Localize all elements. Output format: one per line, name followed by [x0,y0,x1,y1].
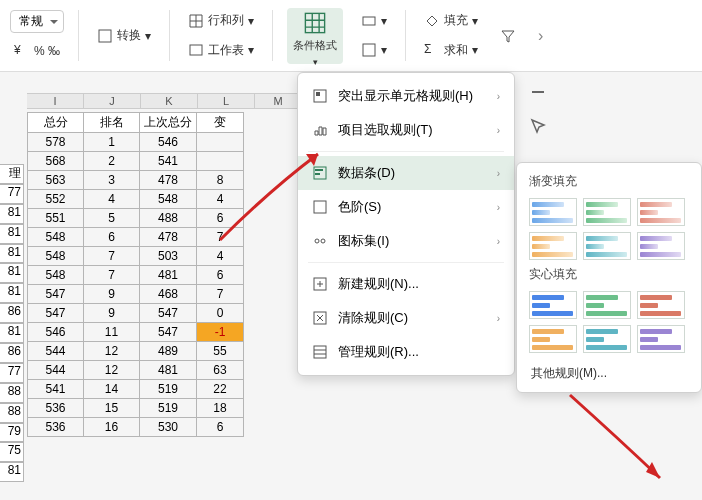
table-row[interactable]: 54875034 [28,247,244,266]
fill-button[interactable]: 填充 ▾ [420,10,482,31]
swatch-solid-orange[interactable] [529,325,577,353]
sum-button[interactable]: Σ求和 ▾ [420,40,482,61]
table-row[interactable]: 54611547-1 [28,323,244,342]
border-button[interactable]: ▾ [357,40,391,60]
menu-data-bars[interactable]: 数据条(D)› [298,156,514,190]
table-row[interactable]: 5411451922 [28,380,244,399]
menu-new-rule[interactable]: 新建规则(N)... [298,267,514,301]
convert-icon [97,28,113,44]
menu-icon-sets[interactable]: 图标集(I)› [298,224,514,258]
swatch-solid-purple[interactable] [637,325,685,353]
swatch-gradient-blue[interactable] [529,198,577,226]
svg-rect-2 [305,13,324,32]
menu-clear-rules[interactable]: 清除规则(C)› [298,301,514,335]
solid-swatches [529,291,689,353]
number-format-select[interactable]: 常规 [10,10,64,33]
funnel-icon [500,28,516,44]
table-row[interactable]: 54795470 [28,304,244,323]
side-toolbar [518,72,702,146]
table-row[interactable]: 55154886 [28,209,244,228]
rows-cols-button[interactable]: 行和列 ▾ [184,10,258,31]
ribbon-toolbar: 常规 ¥% ‰ 转换 ▾ 行和列 ▾ 工作表 ▾ 条件格式▾ ▾ ▾ 填充 ▾ … [0,0,702,72]
conditional-format-button[interactable]: 条件格式▾ [287,8,343,64]
col-I[interactable]: I [27,94,84,108]
solid-fill-label: 实心填充 [529,266,689,283]
convert-button[interactable]: 转换 ▾ [93,25,155,46]
table-row[interactable]: 56334788 [28,171,244,190]
svg-marker-17 [646,462,660,478]
table-row[interactable]: 5361551918 [28,399,244,418]
worksheet-button[interactable]: 工作表 ▾ [184,40,258,61]
svg-rect-6 [316,92,320,96]
col-L[interactable]: L [198,94,255,108]
chevron-right-icon: › [497,91,500,102]
iconset-icon [312,233,328,249]
svg-rect-0 [99,30,111,42]
manage-icon [312,344,328,360]
column-headers[interactable]: I J K L M [27,93,302,109]
fill-icon [424,13,440,29]
swatch-solid-blue[interactable] [529,291,577,319]
swatch-gradient-teal[interactable] [583,232,631,260]
swatch-solid-green[interactable] [583,291,631,319]
swatch-gradient-orange[interactable] [529,232,577,260]
separator [272,10,273,61]
merge-button[interactable]: ▾ [357,11,391,31]
table-row[interactable]: 54864787 [28,228,244,247]
databar-submenu: 渐变填充 实心填充 其他规则(M)... [516,162,702,393]
swatch-solid-red[interactable] [637,291,685,319]
chevron-right-icon: › [497,236,500,247]
cursor-icon[interactable] [528,116,548,136]
merge-icon [361,13,377,29]
sigma-icon: Σ [424,42,440,58]
conditional-format-menu: 突出显示单元格规则(H)› 项目选取规则(T)› 数据条(D)› 色阶(S)› … [297,72,515,376]
swatch-gradient-purple[interactable] [637,232,685,260]
chevron-right-icon: › [497,125,500,136]
separator [169,10,170,61]
separator [78,10,79,61]
chevron-right-icon: › [497,313,500,324]
border-icon [361,42,377,58]
expand-ribbon[interactable]: › [534,25,547,47]
top-icon [312,122,328,138]
menu-manage-rules[interactable]: 管理规则(R)... [298,335,514,369]
menu-top-bottom[interactable]: 项目选取规则(T)› [298,113,514,147]
table-row[interactable]: 5781546 [28,133,244,152]
col-K[interactable]: K [141,94,198,108]
svg-rect-1 [190,45,202,55]
col-M[interactable]: M [255,94,302,108]
separator [405,10,406,61]
table-row[interactable]: 54794687 [28,285,244,304]
svg-rect-15 [314,346,326,358]
row-label-fragment: 理778181 81818186 81867788 88797581 [0,164,24,482]
swatch-solid-teal[interactable] [583,325,631,353]
clear-icon [312,310,328,326]
conditional-format-icon [304,12,326,34]
databar-icon [312,165,328,181]
more-rules-link[interactable]: 其他规则(M)... [529,359,689,384]
table-row[interactable]: 5682541 [28,152,244,171]
table-row[interactable]: 5441248163 [28,361,244,380]
chevron-right-icon: › [497,202,500,213]
new-rule-icon [312,276,328,292]
menu-color-scales[interactable]: 色阶(S)› [298,190,514,224]
gradient-fill-label: 渐变填充 [529,173,689,190]
table-row[interactable]: 54874816 [28,266,244,285]
spreadsheet[interactable]: I J K L M 总分排名上次总分变 57815465682541563347… [27,112,324,437]
yen-icon: ¥ [14,43,30,59]
swatch-gradient-green[interactable] [583,198,631,226]
rows-cols-icon [188,13,204,29]
worksheet-icon [188,42,204,58]
table-row[interactable]: 5441248955 [28,342,244,361]
menu-highlight-cells[interactable]: 突出显示单元格规则(H)› [298,79,514,113]
swatch-gradient-red[interactable] [637,198,685,226]
currency-buttons[interactable]: ¥% ‰ [10,41,64,61]
filter-button[interactable] [496,26,520,46]
data-table[interactable]: 总分排名上次总分变 578154656825415633478855245484… [27,112,244,437]
minus-icon[interactable] [528,82,548,102]
menu-divider [308,262,504,263]
table-row[interactable]: 536165306 [28,418,244,437]
table-row[interactable]: 55245484 [28,190,244,209]
annotation-arrow-2 [560,390,680,490]
col-J[interactable]: J [84,94,141,108]
